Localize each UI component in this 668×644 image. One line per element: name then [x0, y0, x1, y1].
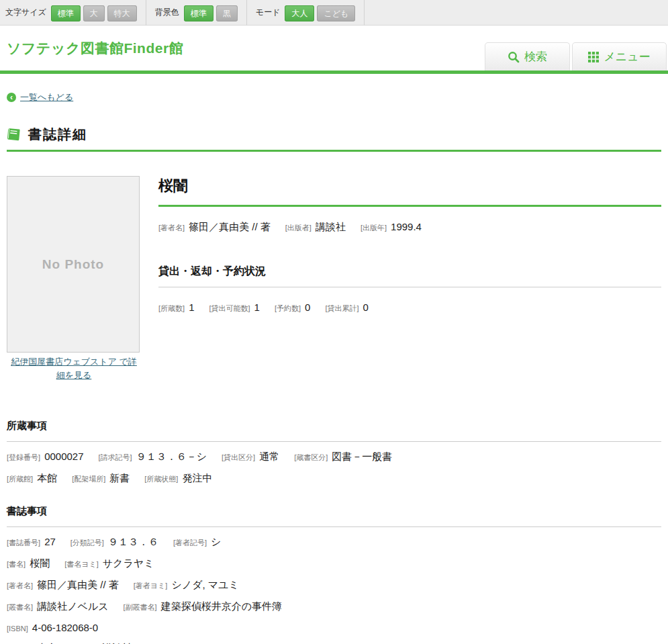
font-size-option-button[interactable]: 大	[83, 5, 105, 21]
field-row: [ISBN]4-06-182068-0	[7, 622, 661, 633]
font-size-label: 文字サイズ	[5, 7, 46, 18]
field: [叢書名]講談社ノベルス	[7, 600, 109, 613]
detail-column: 桜闇 [著者名]篠田／真由美 // 著[出版者]講談社[出版年]1999.4 貸…	[158, 176, 661, 314]
holding-rows: [登録番号]0000027[請求記号]９１３．６－シ[貸出区分]通常[蔵書区分]…	[7, 451, 661, 485]
holding-section-heading: 所蔵事項	[7, 420, 661, 442]
field-row: [登録番号]0000027[請求記号]９１３．６－シ[貸出区分]通常[蔵書区分]…	[7, 451, 661, 463]
field-row: [書名]桜闇[書名ヨミ]サクラヤミ	[7, 557, 661, 570]
field-label: [蔵書区分]	[294, 453, 328, 463]
book-summary-fields: [著者名]篠田／真由美 // 著[出版者]講談社[出版年]1999.4	[158, 221, 661, 234]
book-title: 桜闇	[158, 176, 661, 207]
toolbar-divider	[146, 0, 146, 26]
lending-status-fields: [所蔵数]1[貸出可能数]1[予約数]0[貸出累計]0	[158, 302, 661, 314]
lending-status-heading: 貸出・返却・予約状況	[158, 265, 661, 287]
field-value: 図書－一般書	[332, 451, 392, 463]
field: [分類記号]９１３．６	[70, 536, 158, 549]
field-value: 0000027	[44, 451, 83, 462]
field-value: 通常	[259, 451, 279, 463]
field-row: [書誌番号]27[分類記号]９１３．６[著者記号]シ	[7, 536, 661, 549]
mode-option-button[interactable]: こども	[317, 5, 355, 21]
field-label: [著者ヨミ]	[134, 581, 168, 591]
breadcrumb: ‹ 一覧へもどる	[7, 91, 661, 103]
field-value: 1	[189, 302, 194, 313]
field: [著者ヨミ]シノダ, マユミ	[134, 579, 239, 592]
field-value: 27	[44, 536, 56, 547]
field-row: [叢書名]講談社ノベルス[副叢書名]建築探偵桜井京介の事件簿	[7, 600, 661, 613]
field: [書名]桜闇	[7, 557, 50, 570]
field-row: [所蔵館]本館[配架場所]新書[所蔵状態]発注中	[7, 472, 661, 485]
field: [著者名]篠田／真由美 // 著	[158, 221, 271, 234]
cover-column: No Photo 紀伊国屋書店ウェブストア で詳細を見る	[7, 176, 141, 382]
field-label: [請求記号]	[99, 453, 132, 463]
search-button[interactable]: 検索	[485, 42, 570, 71]
field-value: シノダ, マユミ	[171, 579, 238, 592]
page-content: ‹ 一覧へもどる 書誌詳細 No Photo 紀伊国屋書店ウェブストア で詳細を…	[0, 91, 668, 644]
background-color-option-button[interactable]: 標準	[184, 5, 213, 21]
field: [著者記号]シ	[173, 536, 221, 549]
site-header: ソフテック図書館Finder館 検索 メニュー	[0, 26, 668, 71]
kinokuniya-store-link[interactable]: 紀伊国屋書店ウェブストア で詳細を見る	[7, 355, 141, 382]
field-value: 1	[254, 302, 260, 313]
field-value: 新書	[109, 472, 130, 485]
field-label: [著者記号]	[173, 538, 207, 548]
field: [配架場所]新書	[72, 472, 130, 485]
field-value: 篠田／真由美 // 著	[37, 579, 119, 592]
background-color-group: 背景色 標準黒	[155, 7, 240, 19]
field: [所蔵館]本館	[7, 472, 57, 485]
field-label: [登録番号]	[7, 453, 40, 463]
field-label: [分類記号]	[70, 538, 104, 548]
book-icon	[7, 128, 21, 142]
field: [所蔵状態]発注中	[144, 472, 212, 485]
background-color-option-button[interactable]: 黒	[216, 5, 238, 21]
field-label: [著者名]	[7, 581, 33, 591]
mode-label: モード	[256, 7, 281, 18]
field-label: [書名]	[7, 559, 26, 569]
field-label: [貸出累計]	[325, 304, 359, 314]
field-label: [ISBN]	[7, 625, 28, 633]
field-label: [予約数]	[275, 304, 301, 314]
field-value: 篠田／真由美 // 著	[189, 221, 271, 234]
menu-button[interactable]: メニュー	[572, 42, 667, 71]
field-value: 0	[363, 302, 369, 313]
search-icon	[508, 51, 520, 63]
font-size-group: 文字サイズ 標準大特大	[5, 7, 140, 19]
field: [予約数]0	[275, 302, 310, 314]
biblio-rows: [書誌番号]27[分類記号]９１３．６[著者記号]シ[書名]桜闇[書名ヨミ]サク…	[7, 536, 661, 644]
field: [書誌番号]27	[7, 536, 56, 548]
field-value: ９１３．６	[108, 536, 158, 549]
field-label: [所蔵館]	[7, 474, 33, 484]
field-row: [著者名]篠田／真由美 // 著[著者ヨミ]シノダ, マユミ	[7, 579, 661, 592]
page-heading-row: 書誌詳細	[7, 126, 661, 144]
field: [蔵書区分]図書－一般書	[294, 451, 392, 463]
detail-main: No Photo 紀伊国屋書店ウェブストア で詳細を見る 桜闇 [著者名]篠田／…	[7, 176, 661, 382]
chevron-left-icon: ‹	[7, 93, 16, 102]
field: [登録番号]0000027	[7, 451, 84, 463]
menu-button-label: メニュー	[604, 49, 650, 64]
field-value: 0	[305, 302, 310, 313]
site-title: ソフテック図書館Finder館	[7, 39, 183, 58]
font-size-option-button[interactable]: 標準	[51, 5, 81, 21]
field-value: 講談社	[316, 221, 346, 234]
field: [書名ヨミ]サクラヤミ	[64, 557, 154, 570]
no-photo-text: No Photo	[42, 257, 104, 272]
biblio-section-heading: 書誌事項	[7, 505, 661, 527]
accessibility-toolbar: 文字サイズ 標準大特大 背景色 標準黒 モード 大人こども	[0, 0, 668, 26]
field-label: [出版者]	[285, 223, 312, 233]
header-accent-bar	[0, 71, 668, 74]
back-to-list-link[interactable]: 一覧へもどる	[20, 91, 73, 103]
field: [ISBN]4-06-182068-0	[7, 622, 98, 633]
field-value: 1999.4	[391, 221, 422, 232]
font-size-option-button[interactable]: 特大	[107, 5, 137, 21]
field-label: [所蔵数]	[158, 304, 185, 314]
field-value: 4-06-182068-0	[32, 622, 98, 633]
field-label: [書誌番号]	[7, 538, 40, 548]
search-button-label: 検索	[524, 49, 547, 64]
field: [請求記号]９１３．６－シ	[99, 451, 207, 463]
field-label: [貸出区分]	[222, 453, 255, 463]
field-value: 発注中	[182, 472, 212, 485]
mode-option-button[interactable]: 大人	[285, 5, 314, 21]
field-label: [著者名]	[158, 223, 185, 233]
field-label: [出版年]	[361, 223, 387, 233]
background-color-label: 背景色	[155, 7, 179, 18]
field-value: 建築探偵桜井京介の事件簿	[161, 600, 282, 613]
